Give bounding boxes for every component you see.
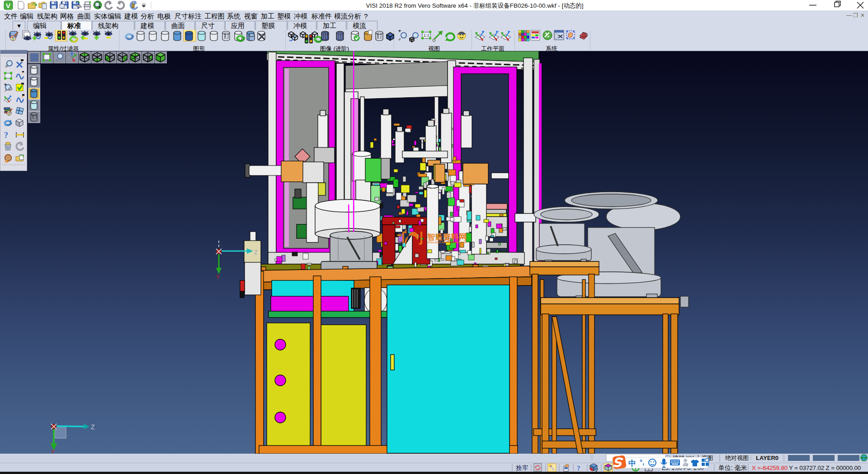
- svg-text:单位: 毫米: 单位: 毫米: [718, 464, 747, 471]
- svg-text:7: 7: [686, 463, 689, 467]
- svg-text:绝对视图: 绝对视图: [725, 455, 749, 461]
- svg-text:°,: °,: [640, 458, 644, 466]
- svg-text:V: V: [6, 2, 10, 9]
- svg-text:1:1: 1:1: [424, 33, 429, 38]
- svg-text:INTELLIGENT MANUFACTURING DATA: INTELLIGENT MANUFACTURING DATA: [428, 242, 467, 244]
- svg-text:智造资料网: 智造资料网: [427, 232, 467, 242]
- svg-text:Z: Z: [91, 423, 95, 431]
- svg-text:?: ?: [4, 131, 8, 140]
- svg-text:Y = 03727.02 Z = 00000.00: Y = 03727.02 Z = 00000.00: [789, 465, 861, 471]
- svg-text:中: 中: [628, 459, 636, 468]
- svg-text:X =-64259.80: X =-64259.80: [752, 465, 788, 471]
- svg-text:Z: Z: [254, 249, 258, 256]
- svg-text:LAYER0: LAYER0: [756, 455, 778, 461]
- svg-text:?: ?: [577, 465, 580, 472]
- svg-text:Y: Y: [51, 449, 55, 454]
- svg-text:Y: Y: [216, 274, 220, 280]
- svg-text:拴牢: 拴牢: [516, 464, 528, 471]
